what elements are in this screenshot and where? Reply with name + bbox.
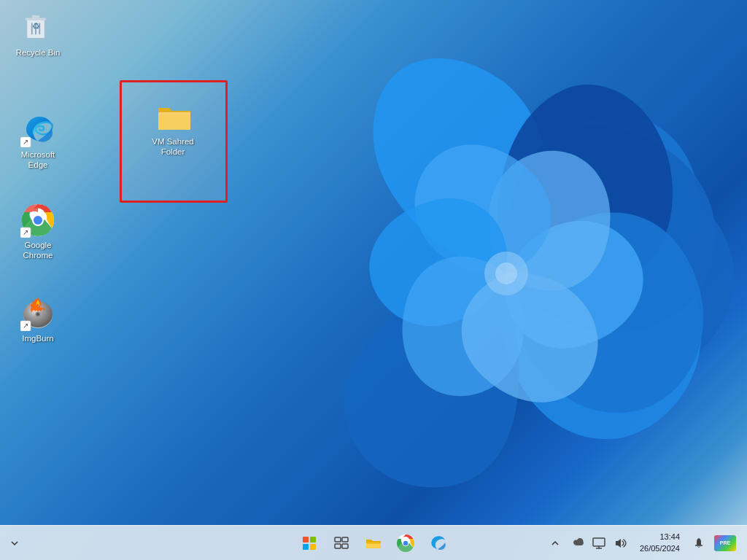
recycle-bin-icon[interactable]: ♻ Recycle Bin — [9, 6, 67, 63]
taskbar-right: 13:44 26/05/2024 PRE — [546, 532, 747, 554]
notification-bell-icon[interactable] — [690, 534, 708, 552]
google-chrome-icon[interactable]: ↗ Google Chrome — [9, 198, 67, 265]
svg-point-1 — [495, 262, 517, 284]
tray-overflow-button[interactable] — [546, 534, 564, 552]
svg-rect-27 — [342, 544, 348, 548]
desktop: ♻ Recycle Bin — [0, 0, 747, 560]
system-tray-overflow[interactable] — [6, 534, 23, 552]
imgburn-icon[interactable]: ↗ ImgBurn — [9, 292, 67, 349]
google-chrome-label: Google Chrome — [13, 241, 63, 261]
recycle-bin-label: Recycle Bin — [16, 48, 61, 58]
clock-time: 13:44 — [640, 532, 680, 542]
color-profile-icon[interactable]: PRE — [712, 534, 738, 552]
svg-text:↗: ↗ — [23, 322, 28, 330]
imgburn-label: ImgBurn — [22, 334, 53, 344]
onedrive-tray-icon[interactable] — [568, 534, 586, 552]
svg-rect-25 — [342, 537, 348, 542]
file-explorer-button[interactable] — [359, 529, 388, 558]
display-tray-icon[interactable] — [590, 534, 608, 552]
svg-point-32 — [403, 540, 409, 545]
svg-point-13 — [34, 216, 42, 225]
svg-rect-24 — [335, 537, 341, 542]
taskbar-left — [0, 534, 546, 552]
volume-tray-icon[interactable] — [612, 534, 630, 552]
svg-point-19 — [36, 313, 39, 316]
taskbar-center — [295, 529, 452, 558]
svg-text:♻: ♻ — [32, 21, 40, 31]
svg-rect-26 — [335, 544, 341, 548]
taskbar: 13:44 26/05/2024 PRE — [0, 525, 747, 560]
task-view-button[interactable] — [327, 529, 356, 558]
system-clock[interactable]: 13:44 26/05/2024 — [634, 532, 686, 554]
svg-rect-29 — [366, 542, 381, 544]
start-button[interactable] — [295, 529, 324, 558]
microsoft-edge-icon[interactable]: ↗ Microsoft Edge — [9, 108, 67, 175]
svg-text:↗: ↗ — [23, 228, 28, 236]
wallpaper — [222, 0, 747, 560]
microsoft-edge-label: Microsoft Edge — [13, 150, 63, 171]
svg-text:↗: ↗ — [23, 138, 28, 146]
windows-logo — [303, 537, 316, 550]
folder-highlight-box — [120, 80, 228, 203]
taskbar-chrome-button[interactable] — [391, 529, 420, 558]
svg-rect-4 — [32, 15, 40, 18]
clock-date: 26/05/2024 — [640, 543, 680, 554]
svg-rect-33 — [593, 538, 605, 546]
taskbar-edge-button[interactable] — [423, 529, 452, 558]
